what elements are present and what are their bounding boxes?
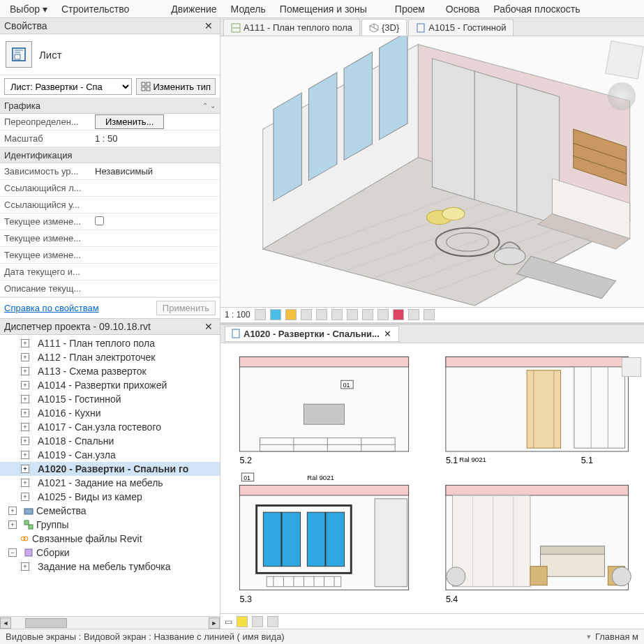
svg-rect-47 [304,404,344,424]
detail-level-icon[interactable] [255,309,266,320]
expand-icon[interactable]: + [21,479,29,487]
tree-sheet-item[interactable]: +A112 - План электроточек [0,350,220,364]
expand-icon[interactable]: + [21,451,29,459]
hide-icon[interactable] [252,616,263,627]
expand-icon[interactable]: + [21,409,29,417]
svg-rect-29 [380,36,407,140]
svg-rect-46 [239,357,408,367]
tab-sheet-a1020[interactable]: A1020 - Развертки - Спальни... ✕ [225,326,399,342]
expand-icon[interactable]: + [21,465,29,473]
expand-icon[interactable]: + [21,367,29,375]
tree-sheet-item[interactable]: +A1015 - Гостинной [0,392,220,406]
identity-grid: Зависимость ур...Независимый Ссылающийся… [0,163,220,298]
tree-group-item[interactable]: +Группы [0,518,220,532]
ribbon-item-motion[interactable]: Движение [164,1,223,17]
ribbon-item-datum[interactable]: Основа [439,1,486,17]
ribbon-item-model[interactable]: Модель [224,1,273,17]
view-cube[interactable] [605,40,644,80]
expand-icon[interactable]: + [8,521,17,529]
override-button[interactable]: Изменить... [95,114,164,129]
light-icon[interactable] [237,616,248,627]
ribbon-item-rooms[interactable]: Помещения и зоны [273,1,374,17]
expand-icon[interactable]: + [21,353,29,361]
ribbon-item-opening[interactable]: Проем [388,1,432,17]
analytical-icon[interactable] [408,309,419,320]
tab-3d[interactable]: {3D} [361,19,407,36]
section-identity[interactable]: Идентификация [0,148,220,163]
families-icon [24,506,33,516]
tree-sub-item[interactable]: +Задание на мебель тумбочка [0,560,220,574]
tree-sheet-item[interactable]: +A113 - Схема разверток [0,364,220,378]
crop-region-icon[interactable] [347,309,358,320]
ribbon-item-workplane[interactable]: Рабочая плоскость [486,1,587,17]
scale-value[interactable]: 1 : 50 [91,133,220,144]
svg-rect-9 [24,521,29,525]
statusbar: Видовые экраны : Видовой экран : Названи… [0,629,644,644]
lock-3d-icon[interactable] [362,309,373,320]
properties-help-link[interactable]: Справка по свойствам [4,303,99,313]
svg-point-98 [612,567,631,585]
close-properties-icon[interactable]: ✕ [202,20,216,31]
ribbon-item-select[interactable]: Выбор ▾ [3,1,54,17]
expand-icon[interactable]: + [21,381,29,389]
svg-rect-4 [142,82,145,86]
tree-sheet-item[interactable]: +A111 - План теплого пола [0,336,220,350]
sun-path-icon[interactable] [285,309,297,320]
cube-icon [369,23,379,33]
shadows-icon[interactable] [301,309,312,320]
project-browser[interactable]: +A111 - План теплого пола+A112 - План эл… [0,335,220,616]
properties-header: Свойства ✕ [0,18,220,34]
expand-icon[interactable]: + [21,423,29,431]
svg-point-40 [495,248,526,264]
tree-sheet-item[interactable]: +A1021 - Задание на мебель [0,476,220,490]
expand-icon[interactable]: + [21,339,29,347]
tree-sheet-item[interactable]: +A1017 - Сан.узла гостевого [0,420,220,434]
tree-sheet-item[interactable]: +A1025 - Виды из камер [0,490,220,504]
section-graphics[interactable]: Графика ⌃ ⌄ [0,98,220,114]
nav-wheel[interactable] [608,82,636,110]
reveal2-icon[interactable] [267,616,278,627]
close-tab-icon[interactable]: ✕ [382,329,393,339]
svg-rect-58 [527,370,560,447]
highlight-icon[interactable] [424,309,435,320]
tree-group-item[interactable]: +Семейства [0,504,220,518]
visual-style-icon[interactable] [270,309,281,320]
tree-sheet-item[interactable]: +A1014 - Развертки прихожей [0,378,220,392]
svg-text:5.1: 5.1 [581,456,594,465]
revision-checkbox[interactable] [95,216,104,225]
tree-sheet-item[interactable]: +A1020 - Развертки - Спальни го [0,462,220,476]
svg-text:Ral 9021: Ral 9021 [307,473,334,481]
expand-icon[interactable]: + [21,395,29,403]
tree-sheet-item[interactable]: +A1016 - Кухни [0,406,220,420]
tree-group-item[interactable]: −Сборки [0,546,220,560]
tree-sheet-item[interactable]: +A1019 - Сан.узла [0,448,220,462]
scale-label[interactable]: 1 : 100 [225,310,250,320]
wheel-icon[interactable] [622,357,641,377]
ribbon-item-build[interactable]: Строительство [54,1,136,17]
temp-hide-icon[interactable] [377,309,389,320]
rendering-icon[interactable] [316,309,327,320]
expand-icon[interactable]: + [21,562,29,571]
tree-group-item[interactable]: Связанные файлы Revit [0,532,220,546]
status-model-label[interactable]: Главная м [595,631,638,642]
tab-plan[interactable]: A111 - План теплого пола [223,19,360,36]
sheet-tools-icon[interactable]: ▭ [225,617,232,627]
instance-dropdown[interactable]: Лист: Развертки - Спа [4,78,132,95]
expand-icon[interactable]: + [21,493,29,501]
expand-icon[interactable]: + [21,437,29,445]
viewport-sheet[interactable]: 01 5.2 Ral 9021 5.1 5.1 [220,343,644,614]
apply-button[interactable]: Применить [156,301,216,315]
reveal-icon[interactable] [393,309,404,320]
browser-hscroll[interactable]: ◄ ► [0,616,220,629]
type-selector[interactable]: Лист [0,34,220,75]
svg-text:5.1: 5.1 [446,456,458,465]
edit-type-button[interactable]: Изменить тип [136,78,216,95]
crop-icon[interactable] [331,309,343,320]
tree-sheet-item[interactable]: +A1018 - Спальни [0,434,220,448]
viewport-3d[interactable] [220,36,644,307]
svg-text:5.2: 5.2 [239,456,252,465]
close-browser-icon[interactable]: ✕ [202,321,216,332]
expand-icon[interactable]: + [8,507,17,515]
expand-icon[interactable]: − [8,548,17,557]
tab-sheet-a1015[interactable]: A1015 - Гостинной [408,19,514,36]
